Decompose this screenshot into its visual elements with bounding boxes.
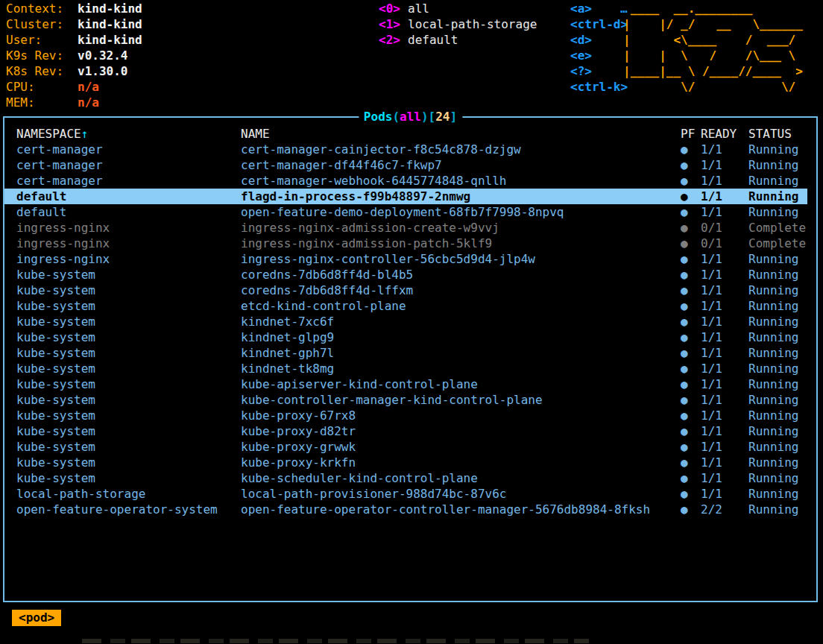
cell-ready: 1/1 [701,267,748,282]
column-header-name[interactable]: NAME [241,126,680,142]
table-row[interactable]: open-feature-operator-systemopen-feature… [4,502,807,517]
cell-status: Running [748,502,807,517]
table-row[interactable]: kube-systemetcd-kind-control-plane●1/1Ru… [4,298,807,314]
table-row[interactable]: kube-systemkube-scheduler-kind-control-p… [4,470,807,486]
cell-ready: 1/1 [701,251,748,267]
cell-namespace: kube-system [16,282,241,298]
pod-status-dot-icon: ● [680,408,701,423]
table-row[interactable]: cert-managercert-manager-webhook-6445774… [4,173,807,189]
info-value: kind-kind [78,33,142,47]
namespace-shortcut[interactable]: <1>local-path-storage [379,16,537,32]
cell-name: local-path-provisioner-988d74bc-87v6c [241,486,680,502]
column-header-namespace[interactable]: NAMESPACE↑ [16,126,241,142]
cell-name: kube-proxy-67rx8 [241,408,680,423]
cell-status: Complete [748,220,807,236]
hotkey[interactable]: <e> [570,48,628,63]
table-row[interactable]: kube-systemcoredns-7db6d8ff4d-bl4b5●1/1R… [4,267,807,282]
namespace-shortcut[interactable]: <2>default [379,32,537,48]
cell-namespace: kube-system [16,329,241,345]
column-header-ready[interactable]: READY [701,126,748,142]
hotkey[interactable]: <ctrl-k> [570,79,628,95]
cell-namespace: kube-system [16,408,241,423]
table-row[interactable]: kube-systemkindnet-gph7l●1/1Running [4,345,807,361]
cell-status: Running [748,251,807,267]
breadcrumb-pod[interactable]: <pod> [12,610,61,626]
pod-status-dot-icon: ● [680,157,701,173]
cell-ready: 1/1 [701,486,748,502]
pod-count: 24 [435,110,450,124]
cell-status: Running [748,376,807,392]
k9s-ascii-logo: ____ __.________ | |/ _/ __ \______ | <\… [623,1,803,95]
table-row[interactable]: kube-systemkindnet-7xc6f●1/1Running [4,314,807,329]
info-label: Context: [6,1,78,16]
pod-status-dot-icon: ● [680,173,701,189]
column-header-status[interactable]: STATUS [748,126,807,142]
info-label: K8s Rev: [6,63,78,79]
namespace-shortcut[interactable]: <0>all [379,1,537,16]
pods-table-panel: Pods(all)[24] NAMESPACE↑ NAME PF READY S… [3,116,818,602]
table-row[interactable]: defaultflagd-in-process-f99b48897-2nmwg●… [4,189,807,204]
table-row[interactable]: defaultopen-feature-demo-deployment-68fb… [4,204,807,220]
table-row[interactable]: ingress-nginxingress-nginx-admission-cre… [4,220,807,236]
pod-status-dot-icon: ● [680,142,701,157]
cell-name: kindnet-7xc6f [241,314,680,329]
hotkey[interactable]: <?> [570,63,628,79]
table-row[interactable]: kube-systemkube-proxy-d82tr●1/1Running [4,423,807,439]
cell-status: Running [748,470,807,486]
table-row[interactable]: kube-systemkube-proxy-grwwk●1/1Running [4,439,807,455]
cell-ready: 1/1 [701,423,748,439]
pod-status-dot-icon: ● [680,298,701,314]
table-row[interactable]: cert-managercert-manager-cainjector-f8c5… [4,142,807,157]
info-line: MEM:n/a [6,95,142,110]
table-row[interactable]: kube-systemkindnet-tk8mg●1/1Running [4,361,807,376]
cell-namespace: cert-manager [16,173,241,189]
info-line: CPU:n/a [6,79,142,95]
table-row[interactable]: ingress-nginxingress-nginx-admission-pat… [4,236,807,251]
cell-status: Running [748,173,807,189]
hotkey-key: <ctrl-d> [570,17,628,31]
column-header-pf[interactable]: PF [680,126,701,142]
cell-name: kube-proxy-grwwk [241,439,680,455]
table-row[interactable]: kube-systemkube-controller-manager-kind-… [4,392,807,408]
hotkey[interactable]: <ctrl-d> [570,16,628,32]
pod-status-dot-icon: ● [680,189,701,204]
cell-name: kube-scheduler-kind-control-plane [241,470,680,486]
table-row[interactable]: kube-systemkube-proxy-krkfn●1/1Running [4,455,807,470]
resource-name: Pods [364,110,393,124]
pod-status-dot-icon: ● [680,392,701,408]
table-row[interactable]: local-path-storagelocal-path-provisioner… [4,486,807,502]
table-row[interactable]: kube-systemkindnet-glpg9●1/1Running [4,329,807,345]
pod-status-dot-icon: ● [680,267,701,282]
info-label: MEM: [6,95,78,110]
cell-ready: 1/1 [701,282,748,298]
table-row[interactable]: kube-systemkube-proxy-67rx8●1/1Running [4,408,807,423]
table-row[interactable]: ingress-nginxingress-nginx-controller-56… [4,251,807,267]
shortcut-label: all [408,1,429,16]
cell-ready: 1/1 [701,142,748,157]
info-value: v0.32.4 [78,48,127,63]
hotkey[interactable]: <a>… [570,1,628,16]
info-label: K9s Rev: [6,48,78,63]
sort-ascending-icon: ↑ [81,127,89,141]
table-row[interactable]: kube-systemkube-apiserver-kind-control-p… [4,376,807,392]
info-line: K9s Rev:v0.32.4 [6,48,142,63]
pod-status-dot-icon: ● [680,455,701,470]
cell-namespace: kube-system [16,314,241,329]
cell-namespace: kube-system [16,423,241,439]
shortcut-key: <1> [379,16,408,32]
cell-name: cert-manager-cainjector-f8c54c878-dzjgw [241,142,680,157]
cell-namespace: ingress-nginx [16,236,241,251]
hotkey[interactable]: <d> [570,32,628,48]
table-row[interactable]: kube-systemcoredns-7db6d8ff4d-lffxm●1/1R… [4,282,807,298]
cell-status: Running [748,189,807,204]
shortcut-label: local-path-storage [408,17,537,31]
table-row[interactable]: cert-managercert-manager-df44f46c7-fkwp7… [4,157,807,173]
cell-namespace: kube-system [16,345,241,361]
cell-namespace: kube-system [16,392,241,408]
pods-table: NAMESPACE↑ NAME PF READY STATUS cert-man… [4,126,807,517]
info-line: User:kind-kind [6,32,142,48]
cell-namespace: kube-system [16,455,241,470]
shortcut-key: <2> [379,32,408,48]
hotkey-key: <?> [570,64,592,78]
table-header-row: NAMESPACE↑ NAME PF READY STATUS [4,126,807,142]
